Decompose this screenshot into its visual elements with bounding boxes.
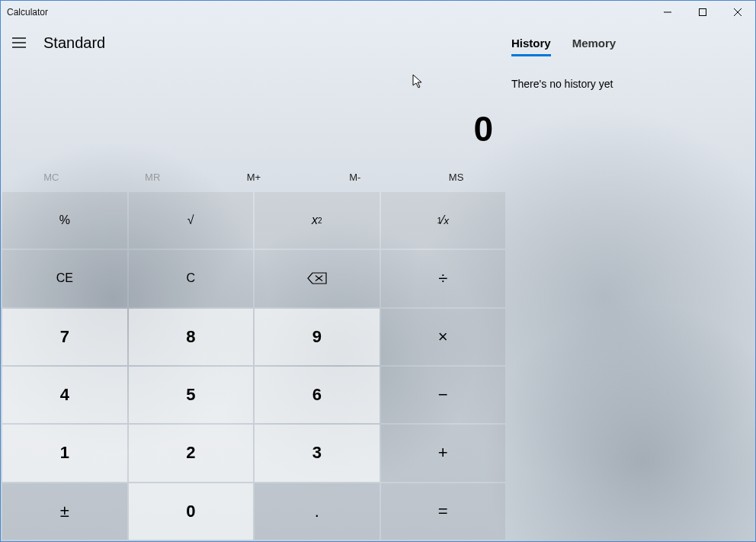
memory-recall-button: MR <box>102 172 203 183</box>
close-button[interactable] <box>720 1 755 23</box>
multiply-button[interactable]: × <box>381 309 506 365</box>
mode-title: Standard <box>43 34 105 52</box>
maximize-button[interactable] <box>685 1 720 23</box>
history-empty-message: There's no history yet <box>507 56 755 90</box>
minimize-button[interactable] <box>650 1 685 23</box>
num-1-button[interactable]: 1 <box>2 425 127 481</box>
sqrt-button[interactable]: √ <box>129 192 254 249</box>
num-4-button[interactable]: 4 <box>2 367 127 423</box>
window-title: Calculator <box>7 7 48 18</box>
memory-clear-button: MC <box>1 172 102 183</box>
titlebar[interactable]: Calculator <box>1 1 755 23</box>
add-button[interactable]: + <box>381 425 506 481</box>
memory-store-button[interactable]: MS <box>405 172 507 183</box>
memory-add-button[interactable]: M+ <box>203 172 305 183</box>
svg-rect-1 <box>700 8 706 15</box>
tab-history[interactable]: History <box>511 37 551 56</box>
decimal-button[interactable]: . <box>255 483 380 540</box>
percent-button[interactable]: % <box>2 192 127 249</box>
display-value: 0 <box>473 108 493 149</box>
equals-button[interactable]: = <box>381 483 506 540</box>
menu-button[interactable] <box>1 23 37 63</box>
num-6-button[interactable]: 6 <box>255 367 380 423</box>
divide-button[interactable]: ÷ <box>381 250 506 306</box>
num-5-button[interactable]: 5 <box>129 367 254 423</box>
reciprocal-button[interactable]: 1∕x <box>381 192 506 249</box>
clear-entry-button[interactable]: CE <box>2 250 127 306</box>
backspace-button[interactable] <box>255 250 380 306</box>
sign-button[interactable]: ± <box>2 483 127 540</box>
square-button[interactable]: x2 <box>255 192 380 249</box>
num-8-button[interactable]: 8 <box>129 309 254 365</box>
num-0-button[interactable]: 0 <box>129 483 254 540</box>
display: 0 <box>1 63 507 162</box>
num-9-button[interactable]: 9 <box>255 309 380 365</box>
num-3-button[interactable]: 3 <box>255 425 380 481</box>
subtract-button[interactable]: − <box>381 367 506 423</box>
clear-button[interactable]: C <box>129 250 254 306</box>
memory-subtract-button[interactable]: M- <box>304 172 405 183</box>
num-2-button[interactable]: 2 <box>129 425 254 481</box>
tab-memory[interactable]: Memory <box>572 37 617 56</box>
num-7-button[interactable]: 7 <box>2 309 127 365</box>
